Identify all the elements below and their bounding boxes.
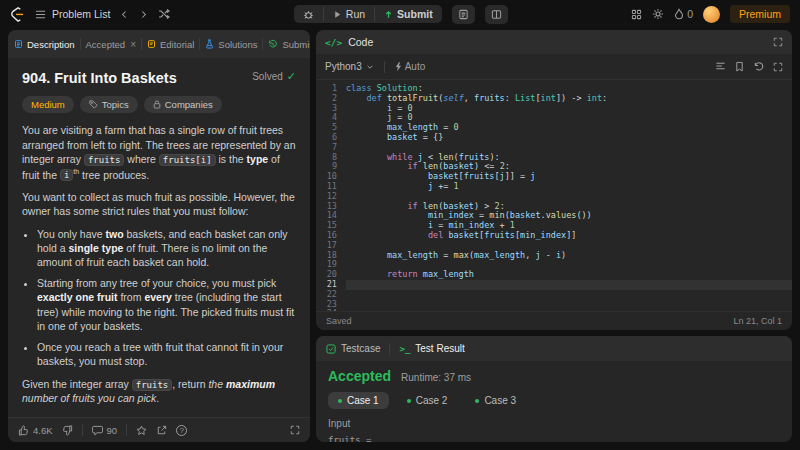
thumbs-up-icon — [18, 425, 29, 436]
fullscreen-icon[interactable] — [773, 37, 783, 47]
format-icon[interactable] — [715, 61, 726, 72]
flask-icon — [205, 39, 214, 49]
code-line[interactable]: i = 0 — [346, 104, 792, 114]
chevron-left-icon[interactable] — [120, 10, 129, 19]
companies-badge[interactable]: Companies — [144, 96, 222, 113]
code-line[interactable]: j += 1 — [346, 182, 792, 192]
case-tab[interactable]: Case 3 — [465, 392, 526, 409]
problem-body: You are visiting a farm that has a singl… — [22, 123, 296, 417]
input-label: Input — [328, 418, 780, 429]
close-icon[interactable]: × — [130, 39, 136, 50]
tag-icon — [89, 100, 98, 109]
tab-accepted-label: Accepted — [86, 39, 126, 50]
code-line[interactable]: basket = {} — [346, 133, 792, 143]
leetcode-logo[interactable] — [10, 7, 25, 22]
star-icon — [136, 425, 147, 436]
case-pass-dot — [475, 399, 479, 403]
code-panel-header: </> Code — [316, 30, 792, 54]
code-line[interactable]: max_length = max(max_length, j - i) — [346, 251, 792, 261]
tab-description-label: Description — [27, 39, 75, 50]
tab-description[interactable]: Description — [14, 39, 75, 50]
tab-editorial[interactable]: Editorial — [147, 39, 194, 50]
share-icon — [156, 425, 167, 436]
tab-submissions[interactable]: Submissions — [268, 39, 310, 50]
dislike-button[interactable] — [62, 425, 73, 436]
companies-label: Companies — [165, 98, 213, 111]
star-button[interactable] — [136, 425, 147, 436]
problem-paragraph: You want to collect as much fruit as pos… — [22, 190, 296, 219]
tab-solutions-label: Solutions — [218, 39, 257, 50]
code-line[interactable] — [346, 280, 792, 290]
debug-icon[interactable] — [294, 6, 323, 23]
divider — [141, 38, 142, 50]
chevron-down-icon — [366, 63, 374, 71]
notes-button[interactable] — [452, 5, 475, 24]
problem-list-button[interactable]: Problem List — [35, 8, 110, 20]
grid-icon[interactable] — [631, 9, 642, 20]
solved-badge: Solved ✓ — [252, 70, 296, 84]
reset-icon[interactable] — [753, 61, 764, 72]
streak-counter[interactable]: 0 — [674, 8, 693, 20]
solved-label: Solved — [252, 70, 283, 84]
expand-panel-button[interactable] — [290, 425, 300, 435]
language-selector[interactable]: Python3 — [325, 61, 374, 72]
problem-panel: Description Accepted × Editorial Solutio… — [8, 30, 310, 442]
code-line[interactable]: return max_length — [346, 270, 792, 280]
auto-toggle[interactable]: Auto — [395, 61, 426, 72]
run-label: Run — [346, 8, 365, 20]
expand-icon — [290, 425, 300, 435]
thumbs-down-icon — [62, 425, 73, 436]
topics-badge[interactable]: Topics — [80, 96, 138, 113]
problem-footer: 4.6K 90 — [8, 417, 310, 442]
terminal-icon: >_ — [399, 344, 410, 354]
code-line[interactable]: del basket[fruits[min_index]] — [346, 231, 792, 241]
share-button[interactable] — [156, 425, 167, 436]
problem-rule-item: Once you reach a tree with fruit that ca… — [37, 340, 296, 369]
lock-icon — [153, 100, 161, 109]
tab-accepted[interactable]: Accepted × — [86, 39, 136, 50]
code-panel-title: Code — [348, 36, 373, 48]
editorial-icon — [147, 39, 156, 49]
maximize-icon[interactable] — [773, 62, 783, 72]
code-line[interactable]: def totalFruit(self, fruits: List[int]) … — [346, 94, 792, 104]
divider — [82, 424, 83, 436]
problem-tabs: Description Accepted × Editorial Solutio… — [8, 30, 310, 58]
result-panel: Testcase >_ Test Result Accepted Runtime… — [316, 336, 792, 442]
layout-button[interactable] — [485, 5, 508, 24]
submit-button[interactable]: Submit — [375, 5, 442, 23]
divider — [384, 61, 385, 73]
code-line[interactable] — [346, 290, 792, 300]
bookmark-icon[interactable] — [735, 61, 744, 72]
result-panel-header: Testcase >_ Test Result — [316, 336, 792, 361]
code-panel: </> Code Python3 — [316, 30, 792, 330]
case-tab[interactable]: Case 2 — [397, 392, 458, 409]
question-icon: ? — [176, 425, 187, 436]
gear-icon[interactable] — [652, 8, 664, 20]
lightning-icon — [395, 62, 402, 71]
problem-list-label: Problem List — [52, 8, 110, 20]
like-button[interactable]: 4.6K — [18, 425, 53, 436]
streak-count: 0 — [687, 8, 693, 20]
code-icon: </> — [325, 37, 342, 48]
divider — [199, 38, 200, 50]
chevron-right-icon[interactable] — [139, 10, 148, 19]
case-pass-dot — [407, 399, 411, 403]
case-tab[interactable]: Case 1 — [328, 392, 389, 409]
tab-testcase[interactable]: Testcase — [326, 343, 380, 354]
tab-test-result[interactable]: >_ Test Result — [399, 343, 464, 354]
comments-button[interactable]: 90 — [92, 425, 118, 436]
run-button[interactable]: Run — [324, 5, 374, 23]
problem-content: 904. Fruit Into Baskets Solved ✓ Medium … — [8, 58, 310, 417]
premium-button[interactable]: Premium — [730, 5, 790, 23]
help-button[interactable]: ? — [176, 425, 187, 436]
difficulty-badge[interactable]: Medium — [22, 96, 74, 113]
cursor-position: Ln 21, Col 1 — [733, 316, 782, 326]
tab-submissions-label: Submissions — [282, 39, 310, 50]
code-line[interactable] — [346, 300, 792, 310]
code-editor[interactable]: 1234567891011121314151617181920212223242… — [316, 80, 792, 311]
tab-solutions[interactable]: Solutions — [205, 39, 257, 50]
avatar[interactable] — [703, 6, 720, 23]
like-count: 4.6K — [33, 425, 53, 436]
shuffle-icon[interactable] — [158, 9, 170, 19]
language-label: Python3 — [325, 61, 362, 72]
